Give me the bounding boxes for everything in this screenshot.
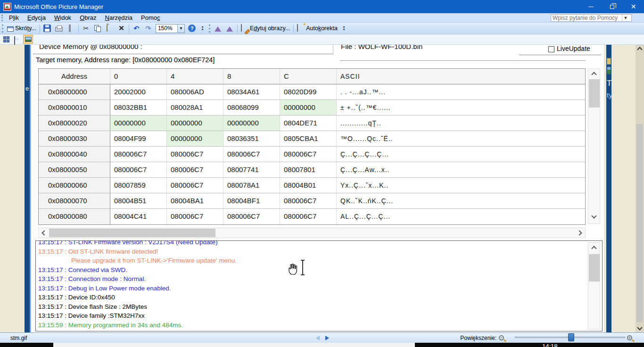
ascii-cell[interactable]: Ç...Ç...Ç...Ç... (337, 147, 585, 162)
edit-pictures-button[interactable]: Edytuj obrazy... (239, 24, 291, 33)
rotate-right-button[interactable] (224, 24, 235, 33)
filmstrip-view-button[interactable] (12, 35, 22, 44)
hex-cell[interactable]: 080006C7 (167, 209, 223, 224)
hex-cell[interactable]: 080006AD (167, 84, 223, 100)
hex-cell[interactable]: 080006C7 (110, 147, 167, 162)
hex-cell[interactable]: 08007741 (223, 162, 280, 178)
redo-button[interactable]: ↷ (143, 24, 154, 33)
zoom-dropdown-arrow[interactable]: ▼ (177, 25, 184, 33)
toolbar-overflow-button[interactable]: ▾▾ (341, 24, 347, 33)
minimize-button[interactable] (580, 0, 602, 13)
address-cell[interactable]: 0x08000070 (39, 193, 110, 209)
thumbnail-view-button[interactable] (1, 35, 11, 44)
hex-cell[interactable]: 00000000 (223, 116, 280, 131)
zoom-combobox[interactable]: 150% ▼ (156, 24, 185, 33)
ascii-cell[interactable]: ™O......Qc..˘Ë.. (337, 131, 585, 147)
hex-cell[interactable]: 08004BA1 (167, 193, 223, 209)
address-cell[interactable]: 0x08000060 (39, 178, 110, 193)
hex-cell[interactable]: 080028A1 (167, 100, 223, 116)
address-cell[interactable]: 0x08000030 (39, 131, 110, 147)
hex-cell[interactable]: 08004B01 (280, 178, 337, 193)
help-search-box[interactable]: ▼ (551, 14, 632, 22)
help-button[interactable]: ? (187, 24, 198, 33)
hex-cell[interactable]: 080078A1 (223, 178, 280, 193)
tab-device-memory[interactable]: Device Memory @ 0x08000000 : (39, 45, 142, 50)
ascii-cell[interactable]: QK..˘K..ńK..Ç... (337, 193, 585, 209)
next-image-button[interactable] (325, 336, 329, 340)
scroll-down-icon[interactable] (591, 213, 596, 218)
hex-cell[interactable]: 080006C7 (280, 209, 337, 224)
scrollbar-thumb[interactable] (636, 124, 643, 322)
previous-image-button[interactable] (316, 336, 320, 340)
hex-cell[interactable]: 080006C7 (223, 147, 280, 162)
address-cell[interactable]: 0x08000040 (39, 147, 110, 162)
liveupdate-checkbox[interactable] (548, 46, 554, 52)
table-vertical-scrollbar[interactable] (588, 68, 600, 224)
menu-pomoc[interactable]: Pomoc (137, 13, 164, 22)
hex-cell[interactable]: 080006C7 (167, 162, 223, 178)
hex-cell[interactable]: 08020D99 (280, 84, 337, 100)
scroll-up-icon[interactable] (591, 72, 596, 77)
table-horizontal-scrollbar[interactable] (38, 228, 586, 238)
rotate-left-button[interactable] (213, 24, 223, 33)
hex-cell[interactable]: 00000000 (110, 116, 167, 131)
help-search-dropdown[interactable]: ▼ (622, 15, 629, 21)
paste-button[interactable] (104, 24, 115, 33)
hex-cell[interactable]: 08032BB1 (110, 100, 167, 116)
menubar-grip[interactable] (1, 15, 3, 21)
zoom-in-icon[interactable] (627, 335, 632, 340)
tab-file[interactable]: File : WOLF-WF-100D.bin (341, 45, 422, 50)
ascii-cell[interactable]: ± +..˘(..™€...... (337, 100, 585, 116)
hex-cell[interactable]: 08004BF1 (223, 193, 280, 209)
address-cell[interactable]: 0x08000080 (39, 209, 110, 224)
hex-cell[interactable]: 08034A61 (223, 84, 280, 100)
hex-cell[interactable]: 08068099 (223, 100, 280, 116)
save-button[interactable] (42, 24, 53, 33)
hex-cell[interactable]: 08007801 (280, 162, 337, 178)
close-button[interactable]: ✕ (623, 0, 644, 13)
ascii-cell[interactable]: Ç...Ç...Aw...x.. (337, 162, 585, 178)
ascii-cell[interactable]: Yx..Ç...˘x...K.. (337, 178, 585, 193)
toolbar-grip[interactable] (209, 25, 210, 33)
address-cell[interactable]: 0x08000010 (39, 100, 110, 116)
hex-cell[interactable]: 08004B51 (110, 193, 167, 209)
ascii-cell[interactable]: AL..Ç...Ç...Ç... (337, 209, 585, 224)
scrollbar-thumb[interactable] (49, 229, 215, 237)
scroll-down-icon[interactable] (637, 325, 642, 330)
undo-button[interactable]: ↶ (131, 24, 142, 33)
toolbar-overflow-button[interactable]: ▾▾ (199, 24, 206, 33)
address-cell[interactable]: 0x08000000 (39, 84, 110, 100)
hex-cell[interactable]: 080006C7 (167, 178, 223, 193)
hex-cell[interactable]: 08004F99 (110, 131, 167, 147)
print-button[interactable] (54, 24, 65, 33)
hex-cell[interactable]: 20002000 (110, 84, 167, 100)
zoom-out-icon[interactable] (499, 335, 504, 340)
ascii-cell[interactable]: ............qŢ.. (337, 116, 585, 131)
scrollbar-thumb[interactable] (589, 79, 600, 107)
menu-widok[interactable]: Widok (50, 13, 75, 22)
shortcuts-button[interactable]: Skróty... (6, 24, 38, 33)
delete-button[interactable]: ✕ (116, 24, 127, 33)
hex-cell[interactable]: 08036351 (223, 131, 280, 147)
hex-cell[interactable]: 08004C41 (110, 209, 167, 224)
single-view-button[interactable] (23, 35, 33, 44)
help-search-input[interactable] (551, 15, 622, 21)
restore-button[interactable] (602, 0, 623, 13)
scrollbar-thumb[interactable] (589, 254, 600, 281)
address-cell[interactable]: 0x08000050 (39, 162, 110, 178)
hex-cell[interactable]: 00000000 (167, 116, 223, 131)
hex-cell[interactable]: 080006C7 (223, 209, 280, 224)
canvas-vertical-scrollbar[interactable] (636, 45, 644, 332)
hex-cell[interactable]: 0805CBA1 (280, 131, 337, 147)
copy-button[interactable] (92, 24, 103, 33)
scroll-up-icon[interactable] (591, 246, 596, 251)
scroll-up-icon[interactable] (637, 47, 642, 52)
hex-cell[interactable]: 00000000 (167, 131, 223, 147)
hex-cell[interactable]: 080006C7 (280, 147, 337, 162)
menu-obraz[interactable]: Obraz (75, 13, 100, 22)
hex-cell[interactable]: 08007859 (110, 178, 167, 193)
menu-edycja[interactable]: Edycja (23, 13, 50, 22)
cut-button[interactable]: ✂ (81, 24, 91, 33)
hex-cell[interactable]: 080006C7 (280, 193, 337, 209)
menu-plik[interactable]: Plik (5, 13, 23, 22)
